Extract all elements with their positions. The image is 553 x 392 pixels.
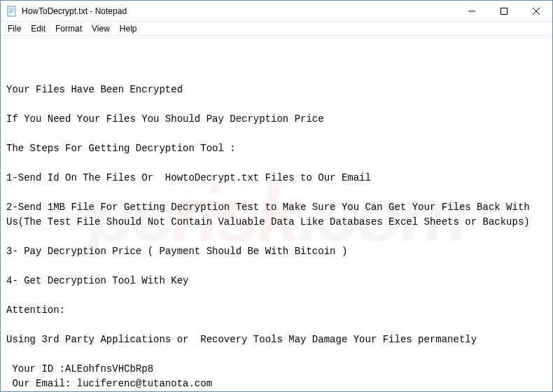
title-bar: HowToDecrypt.txt - Notepad [1,1,552,22]
notepad-window: HowToDecrypt.txt - Notepad File [0,0,553,392]
svg-rect-6 [501,8,507,14]
close-icon [533,8,540,15]
close-button[interactable] [520,1,552,21]
menu-format[interactable]: Format [51,23,86,34]
minimize-icon [468,8,475,15]
menu-edit[interactable]: Edit [27,23,50,34]
menu-help[interactable]: Help [115,23,141,34]
notepad-icon [6,6,18,17]
menu-view[interactable]: View [88,23,114,34]
text-area[interactable]: pcrisk.com Your Files Have Been Encrypte… [1,36,552,391]
window-title: HowToDecrypt.txt - Notepad [22,6,127,16]
window-controls [456,1,552,21]
title-left: HowToDecrypt.txt - Notepad [1,6,127,17]
menu-bar: File Edit Format View Help [1,22,552,36]
minimize-button[interactable] [456,1,488,21]
maximize-button[interactable] [488,1,520,21]
maximize-icon [500,8,507,15]
menu-file[interactable]: File [4,23,25,34]
document-text: Your Files Have Been Encrypted If You Ne… [6,83,547,391]
